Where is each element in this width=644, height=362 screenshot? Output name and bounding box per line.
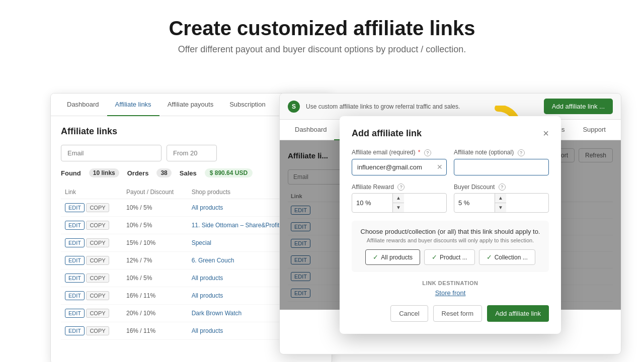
- bg-nav-affiliate-links[interactable]: Affiliate links: [107, 94, 159, 116]
- bg-payout-0: 10% / 5%: [122, 199, 188, 217]
- bg-copy-btn-4[interactable]: COPY: [86, 274, 109, 283]
- modal-overlay: Add affiliate link × Affiliate email (re…: [280, 140, 621, 310]
- discount-input[interactable]: [454, 196, 495, 210]
- bg-product-link-7[interactable]: All products: [192, 327, 223, 334]
- bg-edit-btn-2[interactable]: EDIT: [65, 238, 85, 247]
- discount-help-icon[interactable]: ?: [499, 184, 506, 191]
- orders-count: 38: [156, 168, 171, 177]
- reward-increment-btn[interactable]: ▲: [393, 194, 404, 203]
- fg-add-affiliate-btn[interactable]: Add affiliate link ...: [544, 99, 613, 114]
- bg-edit-btn-1[interactable]: EDIT: [65, 221, 85, 230]
- note-input-wrap: [454, 159, 549, 175]
- product-btn-group: ✓ All products ✓ Product ... ✓ Collectio…: [359, 249, 542, 265]
- bg-edit-btn-4[interactable]: EDIT: [65, 274, 85, 283]
- modal-close-btn[interactable]: ×: [543, 128, 549, 138]
- required-star: *: [418, 149, 421, 156]
- bg-payout-1: 10% / 5%: [122, 217, 188, 234]
- bg-search-input[interactable]: [61, 145, 162, 161]
- bg-payout-2: 15% / 10%: [122, 234, 188, 252]
- link-dest-value[interactable]: Store front: [435, 289, 466, 297]
- collection-btn[interactable]: ✓ Collection ...: [479, 249, 535, 265]
- bg-edit-btn-6[interactable]: EDIT: [65, 309, 85, 318]
- col-payout: Payout / Discount: [122, 186, 188, 199]
- bg-copy-btn-2[interactable]: COPY: [86, 238, 109, 247]
- product-section-subtitle: Affiliate rewards and buyer discounts wi…: [359, 237, 542, 243]
- sales-label: Sales: [180, 169, 197, 177]
- email-help-icon[interactable]: ?: [424, 149, 431, 156]
- all-products-btn[interactable]: ✓ All products: [365, 249, 420, 265]
- email-input-wrap: ✕: [352, 159, 447, 175]
- email-field-wrap: Affiliate email (required) * ? ✕: [352, 149, 447, 175]
- sales-amount: $ 890.64 USD: [205, 168, 253, 177]
- collection-check-icon: ✓: [487, 253, 492, 261]
- bg-nav-payouts[interactable]: Affiliate payouts: [159, 94, 222, 116]
- hero-subtitle: Offer different payout and buyer discoun…: [0, 44, 644, 55]
- clear-email-icon[interactable]: ✕: [437, 163, 443, 171]
- reward-decrement-btn[interactable]: ▼: [393, 203, 404, 212]
- bg-payout-3: 12% / 7%: [122, 252, 188, 269]
- discount-decrement-btn[interactable]: ▼: [495, 203, 506, 212]
- product-section-title: Choose product/collection (or all) that …: [359, 228, 542, 235]
- reward-help-icon[interactable]: ?: [397, 184, 405, 191]
- orders-label: Orders: [127, 169, 149, 177]
- bg-payout-6: 20% / 10%: [122, 305, 188, 322]
- bg-nav-subscription[interactable]: Subscription: [221, 94, 274, 116]
- discount-stepper: ▲ ▼: [454, 193, 549, 213]
- fg-nav-support[interactable]: Support: [576, 120, 613, 140]
- bg-payout-5: 16% / 11%: [122, 287, 188, 305]
- link-destination-section: LINK DESTINATION Store front: [352, 280, 549, 297]
- found-label: Found: [61, 169, 81, 177]
- bg-edit-btn-7[interactable]: EDIT: [65, 326, 85, 335]
- bg-copy-btn-1[interactable]: COPY: [86, 221, 109, 230]
- reward-input[interactable]: [352, 196, 392, 210]
- submit-affiliate-link-btn[interactable]: Add affiliate link: [487, 305, 549, 322]
- specific-product-btn[interactable]: ✓ Product ...: [424, 249, 475, 265]
- link-dest-label: LINK DESTINATION: [352, 280, 549, 286]
- bg-copy-btn-5[interactable]: COPY: [86, 291, 109, 300]
- bg-payout-4: 10% / 5%: [122, 269, 188, 287]
- product-check-icon: ✓: [432, 253, 437, 261]
- bg-product-link-3[interactable]: 6. Green Couch: [192, 257, 234, 264]
- all-products-check-icon: ✓: [373, 253, 378, 261]
- affiliate-note-input[interactable]: [454, 159, 549, 175]
- modal-email-row: Affiliate email (required) * ? ✕ Affilia…: [352, 149, 549, 175]
- bg-product-link-5[interactable]: All products: [192, 292, 223, 299]
- modal-header: Add affiliate link ×: [352, 128, 549, 139]
- discount-label: Buyer Discount ?: [454, 184, 549, 191]
- bg-nav-dashboard[interactable]: Dashboard: [59, 94, 107, 116]
- note-help-icon[interactable]: ?: [518, 149, 525, 156]
- bg-edit-btn-3[interactable]: EDIT: [65, 256, 85, 265]
- bg-product-link-6[interactable]: Dark Brown Watch: [192, 310, 242, 317]
- bg-copy-btn-3[interactable]: COPY: [86, 256, 109, 265]
- bg-payout-7: 16% / 11%: [122, 322, 188, 340]
- fg-header-message: Use custom affiliate links to grow refer…: [306, 103, 538, 110]
- reward-stepper: ▲ ▼: [352, 193, 447, 213]
- bg-product-link-4[interactable]: All products: [192, 275, 223, 282]
- reward-stepper-btns: ▲ ▼: [392, 194, 404, 212]
- hero-title: Create customized affiliate links: [0, 16, 644, 40]
- note-label: Affiliate note (optional) ?: [454, 149, 549, 156]
- fg-nav-dashboard[interactable]: Dashboard: [288, 120, 334, 140]
- bg-edit-btn-0[interactable]: EDIT: [65, 203, 85, 212]
- reset-form-btn[interactable]: Reset form: [433, 305, 482, 322]
- add-affiliate-link-modal: Add affiliate link × Affiliate email (re…: [340, 116, 561, 334]
- bg-date-input[interactable]: [167, 145, 217, 161]
- col-link: Link: [61, 186, 122, 199]
- hero-section: Create customized affiliate links Offer …: [0, 0, 644, 65]
- discount-field-wrap: Buyer Discount ? ▲ ▼: [454, 184, 549, 213]
- bg-product-link-0[interactable]: All products: [192, 204, 223, 211]
- modal-reward-row: Affiliate Reward ? ▲ ▼: [352, 184, 549, 213]
- reward-label: Affiliate Reward ?: [352, 184, 447, 191]
- found-count: 10 links: [89, 168, 119, 177]
- fg-content: Affiliate li... Export Refresh Link EDIT…: [280, 140, 621, 310]
- bg-copy-btn-0[interactable]: COPY: [86, 203, 109, 212]
- bg-copy-btn-6[interactable]: COPY: [86, 309, 109, 318]
- bg-copy-btn-7[interactable]: COPY: [86, 326, 109, 335]
- note-field-wrap: Affiliate note (optional) ?: [454, 149, 549, 175]
- discount-increment-btn[interactable]: ▲: [495, 194, 506, 203]
- affiliate-email-input[interactable]: [352, 159, 447, 175]
- cancel-btn[interactable]: Cancel: [390, 305, 428, 322]
- bg-edit-btn-5[interactable]: EDIT: [65, 291, 85, 300]
- bg-product-link-2[interactable]: Special: [192, 239, 211, 246]
- reward-field-wrap: Affiliate Reward ? ▲ ▼: [352, 184, 447, 213]
